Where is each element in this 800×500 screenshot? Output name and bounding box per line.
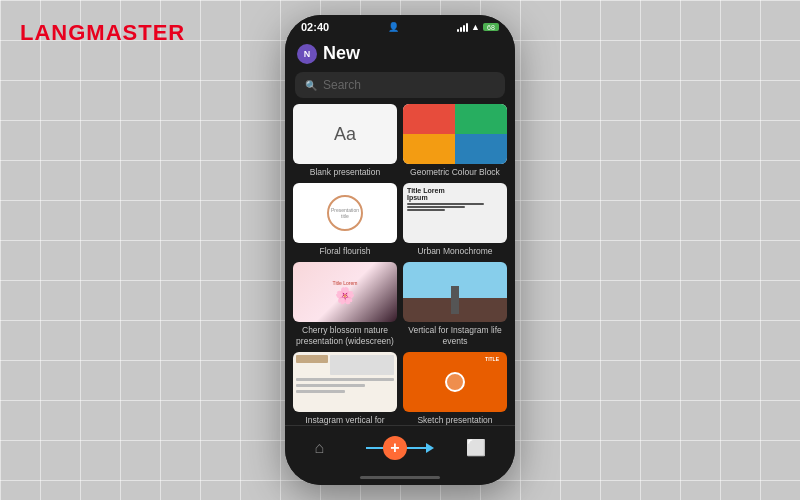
- geo-q2: [455, 104, 507, 134]
- home-icon: ⌂: [314, 439, 324, 457]
- geo-q3: [403, 134, 455, 164]
- template-label-sketch: Sketch presentation: [417, 415, 492, 425]
- status-bar: 02:40 👤 ▲ 68: [285, 15, 515, 37]
- langmaster-logo: LANGMASTER: [20, 20, 185, 46]
- template-item-vertical[interactable]: Vertical for Instagram life events: [403, 262, 507, 345]
- nav-home-button[interactable]: ⌂: [314, 439, 324, 457]
- nav-add-button[interactable]: +: [383, 436, 407, 460]
- vertical-tower: [451, 286, 459, 314]
- template-item-blank[interactable]: Aa Blank presentation: [293, 104, 397, 177]
- content-area: N New 🔍 Search Aa Blank presentation: [285, 37, 515, 425]
- template-thumb-cherry: Title Lorem 🌸: [293, 262, 397, 322]
- urban-bar-2: [407, 206, 465, 208]
- template-label-blank: Blank presentation: [310, 167, 380, 177]
- geo-q4: [455, 134, 507, 164]
- template-label-floral: Floral flourish: [319, 246, 370, 256]
- insta-block-1: [296, 355, 328, 363]
- cherry-content: Title Lorem 🌸: [333, 280, 358, 305]
- status-icons: ▲ 68: [457, 22, 499, 32]
- template-item-floral[interactable]: Presentationtitle Floral flourish: [293, 183, 397, 256]
- status-person-icon: 👤: [388, 22, 399, 32]
- page-title: New: [323, 43, 360, 64]
- search-bar[interactable]: 🔍 Search: [295, 72, 505, 98]
- header-row: N New: [285, 37, 515, 68]
- cherry-flower: 🌸: [333, 286, 358, 305]
- template-label-instagram: Instagram vertical for invitations and h…: [293, 415, 397, 425]
- urban-bars: [407, 203, 503, 211]
- template-thumb-vertical: [403, 262, 507, 322]
- arrow-head: [426, 443, 434, 453]
- urban-title: Title LoremIpsum: [407, 187, 503, 201]
- geo-q1: [403, 104, 455, 134]
- template-thumb-urban: Title LoremIpsum: [403, 183, 507, 243]
- nav-files-button[interactable]: ⬜: [466, 438, 486, 457]
- templates-grid: Aa Blank presentation Geometric Colour B…: [285, 104, 515, 425]
- template-label-cherry: Cherry blossom nature presentation (wide…: [293, 325, 397, 345]
- template-item-sketch[interactable]: TITLE Sketch presentation: [403, 352, 507, 425]
- phone-container: 02:40 👤 ▲ 68 N New 🔍 Search: [285, 15, 515, 485]
- floral-decoration: Presentationtitle: [327, 195, 363, 231]
- sketch-label-text: TITLE: [485, 356, 499, 362]
- template-label-urban: Urban Monochrome: [417, 246, 492, 256]
- insta-row-1: [296, 355, 394, 375]
- cherry-label: Title Lorem: [333, 280, 358, 286]
- urban-bar-1: [407, 203, 484, 205]
- urban-bar-3: [407, 209, 445, 211]
- status-time: 02:40: [301, 21, 329, 33]
- wifi-icon: ▲: [471, 22, 480, 32]
- home-indicator: [285, 469, 515, 485]
- template-thumb-blank: Aa: [293, 104, 397, 164]
- template-item-cherry[interactable]: Title Lorem 🌸 Cherry blossom nature pres…: [293, 262, 397, 345]
- add-icon: +: [383, 436, 407, 460]
- template-item-geo[interactable]: Geometric Colour Block: [403, 104, 507, 177]
- search-icon: 🔍: [305, 80, 317, 91]
- template-item-instagram[interactable]: Instagram vertical for invitations and h…: [293, 352, 397, 425]
- template-item-urban[interactable]: Title LoremIpsum Urban Monochrome: [403, 183, 507, 256]
- template-thumb-floral: Presentationtitle: [293, 183, 397, 243]
- template-thumb-sketch: TITLE: [403, 352, 507, 412]
- signal-icon: [457, 23, 468, 32]
- battery-icon: 68: [483, 23, 499, 31]
- insta-line-2: [296, 384, 365, 387]
- floral-inner-text: Presentationtitle: [331, 207, 359, 219]
- insta-line-3: [296, 390, 345, 393]
- bottom-nav: ⌂ + ⬜: [285, 425, 515, 469]
- insta-block-2: [330, 355, 394, 375]
- home-bar: [360, 476, 440, 479]
- template-thumb-instagram: [293, 352, 397, 412]
- template-thumb-geo: [403, 104, 507, 164]
- insta-line-1: [296, 378, 394, 381]
- template-label-vertical: Vertical for Instagram life events: [403, 325, 507, 345]
- search-placeholder: Search: [323, 78, 361, 92]
- template-label-geo: Geometric Colour Block: [410, 167, 500, 177]
- sketch-circle: [445, 372, 465, 392]
- files-icon: ⬜: [466, 438, 486, 457]
- avatar: N: [297, 44, 317, 64]
